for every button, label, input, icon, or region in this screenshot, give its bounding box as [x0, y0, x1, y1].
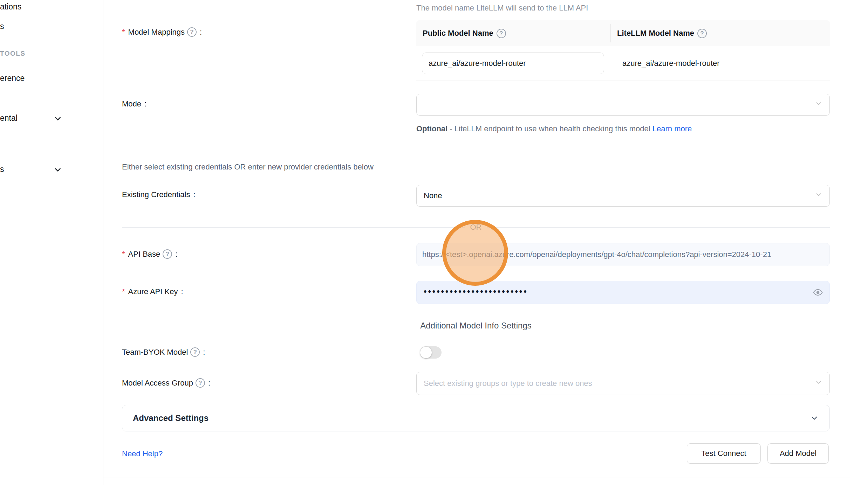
chevron-down-icon: [815, 379, 822, 388]
divider-line: [487, 227, 830, 228]
divider-line: [122, 326, 412, 326]
required-asterisk: *: [122, 287, 125, 296]
label-colon: :: [181, 287, 183, 296]
model-name-hint: The model name LiteLLM will send to the …: [416, 4, 588, 13]
sidebar-section-tools: TOOLS: [0, 50, 26, 57]
label-colon: :: [175, 250, 177, 259]
api-base-label: * API Base ? :: [122, 249, 177, 259]
additional-settings-divider: Additional Model Info Settings: [122, 321, 830, 331]
or-text: OR: [465, 223, 487, 232]
table-header-row: Public Model Name ? LiteLLM Model Name ?: [416, 20, 830, 46]
help-circle-icon[interactable]: ?: [196, 378, 205, 388]
header-text: Public Model Name: [423, 29, 493, 38]
need-help-link[interactable]: Need Help?: [122, 449, 163, 458]
header-text: LiteLLM Model Name: [617, 29, 694, 38]
label-text: Azure API Key: [128, 287, 178, 296]
azure-api-key-label: * Azure API Key :: [122, 287, 183, 296]
sidebar: ations s TOOLS erence ental s: [0, 0, 103, 485]
label-text: Model Access Group: [122, 379, 193, 388]
help-circle-icon[interactable]: ?: [187, 27, 197, 37]
sidebar-item-inference[interactable]: erence: [0, 74, 25, 83]
label-text: Team-BYOK Model: [122, 348, 188, 357]
public-model-name-input[interactable]: [422, 53, 604, 74]
divider-line: [540, 326, 830, 326]
label-colon: :: [144, 99, 146, 109]
divider-text: Additional Model Info Settings: [412, 321, 540, 331]
label-colon: :: [193, 190, 195, 199]
litellm-model-name-value: azure_ai/azure-model-router: [610, 59, 720, 68]
masked-key-value: ••••••••••••••••••••••••: [424, 287, 528, 296]
hint-text: - LiteLLM endpoint to use when health ch…: [447, 124, 652, 133]
existing-credentials-label: Existing Credentials :: [122, 190, 196, 199]
chevron-down-icon[interactable]: [53, 114, 62, 125]
advanced-settings-panel[interactable]: Advanced Settings: [122, 405, 830, 431]
litellm-model-name-header: LiteLLM Model Name ?: [610, 24, 830, 42]
sidebar-item-integrations[interactable]: ations: [0, 2, 21, 12]
chevron-down-icon: [810, 414, 819, 423]
help-circle-icon[interactable]: ?: [697, 29, 707, 38]
credentials-note: Either select existing credentials OR en…: [122, 162, 374, 172]
or-divider: OR: [122, 223, 830, 232]
learn-more-link[interactable]: Learn more: [652, 124, 692, 133]
api-base-input[interactable]: https://<test>.openai.azure.com/openai/d…: [416, 243, 830, 266]
divider-line: [122, 227, 465, 228]
sidebar-item-settings[interactable]: s: [0, 165, 4, 174]
mode-select[interactable]: [416, 94, 830, 116]
model-mappings-label: * Model Mappings ? :: [122, 27, 202, 37]
team-byok-label: Team-BYOK Model ? :: [122, 347, 205, 357]
sidebar-item-1[interactable]: s: [0, 22, 4, 31]
public-model-name-header: Public Model Name ?: [416, 29, 610, 38]
sidebar-item-experimental[interactable]: ental: [0, 113, 18, 123]
hint-bold: Optional: [416, 124, 447, 133]
select-placeholder: Select existing groups or type to create…: [424, 379, 592, 388]
model-mappings-table: Public Model Name ? LiteLLM Model Name ?…: [416, 20, 830, 81]
add-model-form: The model name LiteLLM will send to the …: [103, 0, 851, 478]
eye-icon[interactable]: [813, 287, 823, 298]
label-text: Existing Credentials: [122, 190, 190, 199]
chevron-down-icon[interactable]: [53, 165, 62, 176]
help-circle-icon[interactable]: ?: [497, 29, 506, 38]
label-colon: :: [208, 379, 210, 388]
azure-api-key-input[interactable]: ••••••••••••••••••••••••: [416, 281, 830, 304]
existing-credentials-value: None: [424, 191, 442, 200]
required-asterisk: *: [122, 250, 125, 259]
label-text: API Base: [128, 250, 160, 259]
label-colon: :: [203, 348, 205, 357]
model-access-group-select[interactable]: Select existing groups or type to create…: [416, 372, 830, 395]
label-text: Mode: [122, 99, 141, 109]
mode-hint: Optional - LiteLLM endpoint to use when …: [416, 122, 699, 136]
table-row: azure_ai/azure-model-router: [416, 46, 830, 81]
advanced-settings-label: Advanced Settings: [133, 413, 810, 423]
mode-label: Mode :: [122, 99, 146, 109]
help-circle-icon[interactable]: ?: [163, 249, 172, 259]
team-byok-toggle[interactable]: [420, 346, 442, 359]
add-model-page: ations s TOOLS erence ental s The model …: [0, 0, 868, 485]
chevron-down-icon: [815, 100, 822, 110]
toggle-knob: [420, 347, 432, 358]
help-circle-icon[interactable]: ?: [190, 347, 200, 357]
public-model-name-cell: [416, 53, 610, 74]
add-model-button[interactable]: Add Model: [767, 443, 829, 464]
existing-credentials-select[interactable]: None: [416, 185, 830, 207]
label-text: Model Mappings: [128, 28, 185, 37]
label-colon: :: [200, 28, 202, 37]
test-connect-button[interactable]: Test Connect: [687, 443, 761, 464]
model-access-group-label: Model Access Group ? :: [122, 378, 210, 388]
chevron-down-icon: [815, 191, 822, 201]
required-asterisk: *: [122, 28, 125, 37]
